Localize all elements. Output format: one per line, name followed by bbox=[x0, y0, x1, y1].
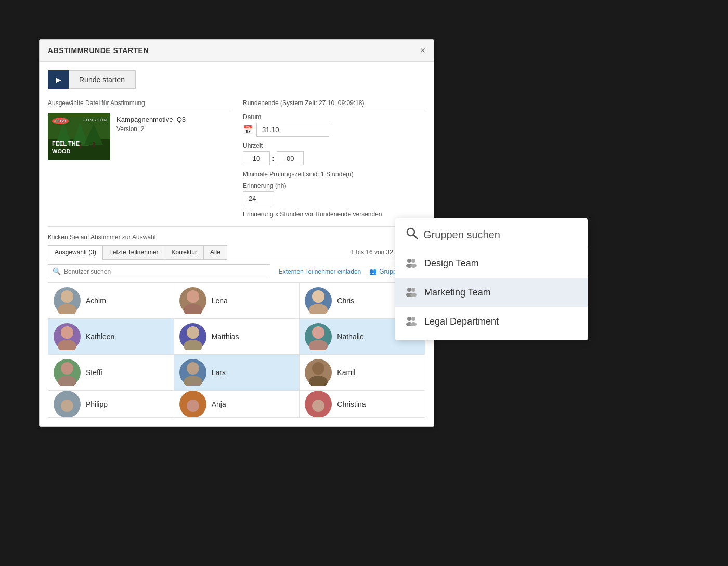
svg-point-36 bbox=[187, 400, 199, 412]
group-marketing-icon bbox=[406, 286, 417, 300]
dialog-header: ABSTIMMRUNDE STARTEN × bbox=[40, 40, 434, 62]
user-name-philipp: Philipp bbox=[86, 400, 108, 408]
avatar-matthias bbox=[179, 323, 206, 350]
time-separator: : bbox=[272, 154, 275, 163]
users-grid: Achim Lena Chris bbox=[48, 283, 425, 418]
uhrzeit-label: Uhrzeit bbox=[243, 142, 425, 149]
dialog-title: ABSTIMMRUNDE STARTEN bbox=[48, 46, 149, 55]
svg-point-25 bbox=[187, 326, 199, 339]
user-cell-lena[interactable]: Lena bbox=[174, 283, 300, 319]
svg-point-22 bbox=[61, 326, 73, 339]
svg-point-37 bbox=[312, 400, 324, 412]
user-name-lars: Lars bbox=[212, 368, 226, 377]
invite-external-link[interactable]: Externen Teilnehmer einladen bbox=[270, 268, 370, 275]
user-cell-lars[interactable]: Lars bbox=[174, 355, 300, 391]
svg-point-29 bbox=[61, 362, 73, 375]
tab-letzte[interactable]: Letzte Teilnehmer bbox=[102, 245, 165, 260]
group-item-marketing[interactable]: Marketing Team bbox=[395, 278, 588, 307]
svg-point-24 bbox=[184, 340, 202, 350]
user-cell-philipp[interactable]: Philipp bbox=[48, 391, 174, 418]
user-name-anja: Anja bbox=[212, 400, 226, 408]
svg-point-27 bbox=[309, 340, 328, 350]
avatar-christina bbox=[305, 391, 332, 418]
search-create-bar: 🔍 Externen Teilnehmer einladen 👥 Gruppe … bbox=[48, 260, 425, 283]
svg-point-32 bbox=[184, 376, 202, 386]
svg-point-34 bbox=[309, 376, 328, 386]
svg-point-16 bbox=[187, 290, 199, 303]
file-version: Version: 2 bbox=[116, 125, 186, 133]
minute-input[interactable] bbox=[277, 151, 304, 165]
svg-point-41 bbox=[411, 259, 415, 263]
svg-point-49 bbox=[411, 317, 415, 321]
thumbnail-text: FEEL THE WOOD bbox=[52, 140, 80, 155]
avatar-anja bbox=[179, 391, 206, 418]
avatar-kathleen bbox=[54, 323, 81, 350]
avatar-kamil bbox=[305, 359, 332, 386]
hour-input[interactable] bbox=[243, 151, 270, 165]
user-cell-kamil[interactable]: Kamil bbox=[300, 355, 425, 391]
user-cell-matthias[interactable]: Matthias bbox=[174, 319, 300, 355]
file-name: Kampagnenmotive_Q3 bbox=[116, 115, 186, 123]
calendar-icon: 📅 bbox=[243, 125, 253, 135]
svg-point-31 bbox=[187, 362, 199, 375]
two-col-section: Ausgewählte Datei für Abstimmung bbox=[48, 99, 425, 218]
datum-field: Datum 📅 bbox=[243, 113, 425, 137]
min-time-text: Minimale Prüfungszeit sind: 1 Stunde(n) bbox=[243, 171, 425, 178]
svg-point-13 bbox=[61, 290, 73, 303]
user-name-steffi: Steffi bbox=[86, 368, 102, 377]
groups-search-label[interactable]: Gruppen suchen bbox=[423, 229, 500, 241]
deadline-section: Rundenende (System Zeit: 27.10. 09:09:18… bbox=[243, 99, 425, 218]
user-name-christina: Christina bbox=[337, 400, 366, 408]
file-info: Kampagnenmotive_Q3 Version: 2 bbox=[116, 113, 186, 133]
user-cell-achim[interactable]: Achim bbox=[48, 283, 174, 319]
svg-point-28 bbox=[312, 326, 324, 339]
date-input[interactable] bbox=[256, 123, 329, 137]
group-legal-icon bbox=[406, 315, 417, 329]
user-cell-christina[interactable]: Christina bbox=[300, 391, 425, 418]
group-item-design[interactable]: Design Team bbox=[395, 249, 588, 278]
reminder-label: Erinnerung (hh) bbox=[243, 182, 425, 189]
user-cell-anja[interactable]: Anja bbox=[174, 391, 300, 418]
date-input-wrap: 📅 bbox=[243, 123, 425, 137]
svg-point-21 bbox=[58, 340, 76, 350]
avatar-steffi bbox=[54, 359, 81, 386]
search-user-wrap: 🔍 bbox=[48, 264, 270, 278]
group-item-legal[interactable]: Legal Department bbox=[395, 307, 588, 336]
svg-point-35 bbox=[61, 400, 73, 412]
close-button[interactable]: × bbox=[420, 46, 425, 55]
groups-search-row: Gruppen suchen bbox=[395, 218, 588, 249]
user-name-kathleen: Kathleen bbox=[86, 332, 114, 341]
user-cell-steffi[interactable]: Steffi bbox=[48, 355, 174, 391]
group-name-marketing: Marketing Team bbox=[424, 287, 491, 298]
thumbnail-logo: JÖNSSON bbox=[83, 118, 107, 122]
file-section: Ausgewählte Datei für Abstimmung bbox=[48, 99, 230, 218]
start-button-row: ▶ Runde starten bbox=[48, 70, 425, 89]
user-name-lena: Lena bbox=[212, 297, 228, 305]
user-cell-kathleen[interactable]: Kathleen bbox=[48, 319, 174, 355]
avatar-achim bbox=[54, 287, 81, 314]
reminder-input[interactable] bbox=[243, 191, 274, 205]
svg-point-30 bbox=[58, 376, 76, 386]
participants-section: Klicken Sie auf Abstimmer zur Auswahl Gr… bbox=[48, 226, 425, 418]
main-dialog: ABSTIMMRUNDE STARTEN × ▶ Runde starten A… bbox=[39, 39, 434, 427]
user-name-achim: Achim bbox=[86, 297, 106, 305]
tab-alle[interactable]: Alle bbox=[203, 245, 227, 260]
tabs-row: Ausgewählt (3) Letzte Teilnehmer Korrekt… bbox=[48, 245, 425, 260]
tab-ausgewaehlt[interactable]: Ausgewählt (3) bbox=[48, 245, 103, 260]
user-search-input[interactable] bbox=[64, 268, 266, 275]
svg-point-45 bbox=[411, 288, 415, 292]
time-row: : bbox=[243, 151, 425, 165]
reminder-field: Erinnerung (hh) bbox=[243, 182, 425, 205]
avatar-philipp bbox=[54, 391, 81, 418]
svg-line-39 bbox=[414, 235, 418, 239]
svg-point-40 bbox=[407, 259, 411, 263]
user-name-matthias: Matthias bbox=[212, 332, 239, 341]
groups-search-icon bbox=[406, 227, 418, 242]
file-section-label: Ausgewählte Datei für Abstimmung bbox=[48, 99, 230, 109]
tab-korrektur[interactable]: Korrektur bbox=[165, 245, 204, 260]
svg-point-33 bbox=[312, 362, 324, 375]
user-name-nathalie: Nathalie bbox=[337, 332, 363, 341]
svg-rect-10 bbox=[93, 142, 95, 147]
play-icon-button[interactable]: ▶ bbox=[48, 70, 69, 89]
avatar-chris bbox=[305, 287, 332, 314]
